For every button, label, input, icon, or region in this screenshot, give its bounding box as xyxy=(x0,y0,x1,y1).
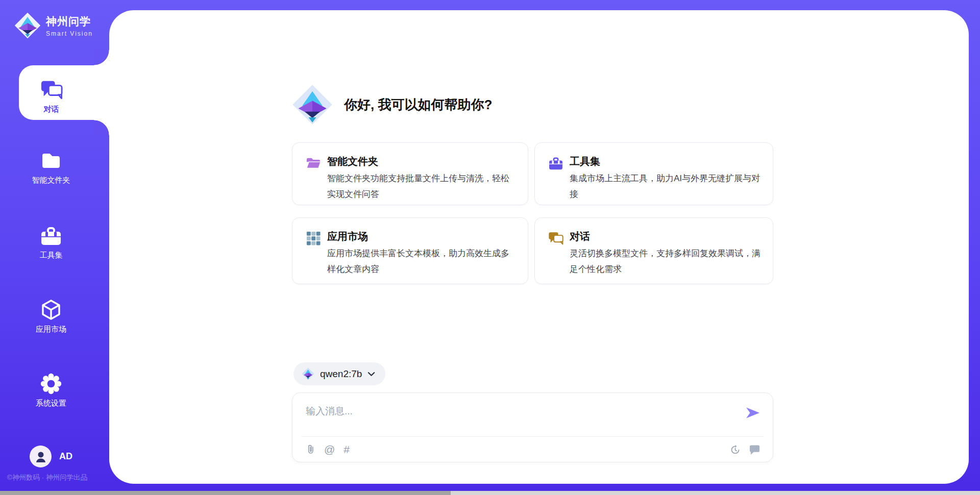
card-description: 智能文件夹功能支持批量文件上传与清洗，轻松实现文件问答 xyxy=(327,170,517,203)
sidebar-item-smart-folder[interactable]: 智能文件夹 xyxy=(0,150,102,185)
avatar xyxy=(30,445,52,467)
card-smart-folder[interactable]: 智能文件夹 智能文件夹功能支持批量文件上传与清洗，轻松实现文件问答 xyxy=(292,142,528,205)
message-input[interactable] xyxy=(306,400,724,423)
model-name: qwen2:7b xyxy=(320,368,362,380)
greeting-block: 你好, 我可以如何帮助你? xyxy=(292,83,492,126)
quick-chat-icon[interactable] xyxy=(749,444,761,455)
user-profile[interactable]: AD xyxy=(30,445,72,467)
toolbox-icon xyxy=(40,225,62,247)
brand-subtitle: Smart Vision xyxy=(46,30,93,37)
sidebar-item-chat[interactable]: 对话 xyxy=(19,65,109,120)
card-description: 应用市场提供丰富长文本模板，助力高效生成多样化文章内容 xyxy=(327,245,517,278)
sidebar-item-label: 应用市场 xyxy=(36,325,66,334)
composer-tools-right xyxy=(730,444,761,455)
chevron-down-icon xyxy=(368,372,375,377)
brand-name: 神州问学 xyxy=(46,14,93,29)
diamond-logo-icon xyxy=(302,367,314,380)
card-title: 应用市场 xyxy=(327,230,368,243)
mention-icon[interactable]: @ xyxy=(324,444,335,455)
horizontal-scrollbar[interactable] xyxy=(0,491,980,495)
model-selector[interactable]: qwen2:7b xyxy=(293,362,385,385)
sidebar-item-label: 系统设置 xyxy=(36,399,66,408)
diamond-logo-icon xyxy=(14,12,41,39)
card-app-market[interactable]: 应用市场 应用市场提供丰富长文本模板，助力高效生成多样化文章内容 xyxy=(292,217,528,284)
composer-tools-left: @ # xyxy=(306,443,350,455)
card-description: 灵活切换多模型文件，支持多样回复效果调试，满足个性化需求 xyxy=(570,245,762,278)
greeting-text: 你好, 我可以如何帮助你? xyxy=(344,96,492,114)
person-icon xyxy=(34,450,47,463)
folder-icon xyxy=(40,150,62,172)
app-window: 神州问学 Smart Vision 对话 智能文件夹 xyxy=(0,0,980,495)
card-title: 智能文件夹 xyxy=(327,155,378,168)
send-icon[interactable] xyxy=(745,406,761,420)
gear-icon xyxy=(40,373,62,395)
sidebar-item-app-market[interactable]: 应用市场 xyxy=(0,299,102,334)
folder-open-icon xyxy=(306,156,321,171)
chat-bubbles-icon xyxy=(548,231,564,246)
message-composer: @ # xyxy=(292,392,773,462)
diamond-logo-icon xyxy=(292,83,333,126)
sidebar-item-label: 对话 xyxy=(44,105,59,114)
chat-bubbles-icon xyxy=(40,79,63,101)
card-title: 工具集 xyxy=(570,155,600,168)
card-chat[interactable]: 对话 灵活切换多模型文件，支持多样回复效果调试，满足个性化需求 xyxy=(534,217,773,284)
composer-divider xyxy=(302,436,764,437)
sidebar-item-label: 智能文件夹 xyxy=(32,176,70,185)
history-icon[interactable] xyxy=(730,444,741,455)
cube-icon xyxy=(40,299,62,321)
scrollbar-thumb[interactable] xyxy=(0,491,451,495)
copyright-text: ©神州数码 · 神州问学出品 xyxy=(7,473,87,482)
feature-cards: 智能文件夹 智能文件夹功能支持批量文件上传与清洗，轻松实现文件问答 工具集 集成… xyxy=(292,142,773,284)
card-description: 集成市场上主流工具，助力AI与外界无缝扩展与对接 xyxy=(570,170,762,203)
main-panel: 你好, 我可以如何帮助你? 智能文件夹 智能文件夹功能支持批量文件上传与清洗，轻… xyxy=(109,10,969,484)
sidebar-item-label: 工具集 xyxy=(40,251,63,260)
topic-icon[interactable]: # xyxy=(344,444,350,455)
user-name: AD xyxy=(59,451,72,462)
sidebar-item-settings[interactable]: 系统设置 xyxy=(0,373,102,408)
card-toolset[interactable]: 工具集 集成市场上主流工具，助力AI与外界无缝扩展与对接 xyxy=(534,142,773,205)
brand-logo: 神州问学 Smart Vision xyxy=(14,12,93,39)
sidebar: 神州问学 Smart Vision 对话 智能文件夹 xyxy=(0,0,109,495)
grid-icon xyxy=(306,231,321,246)
toolbox-icon xyxy=(548,156,564,171)
attach-icon[interactable] xyxy=(306,443,315,455)
sidebar-item-toolset[interactable]: 工具集 xyxy=(0,225,102,260)
card-title: 对话 xyxy=(570,230,590,243)
